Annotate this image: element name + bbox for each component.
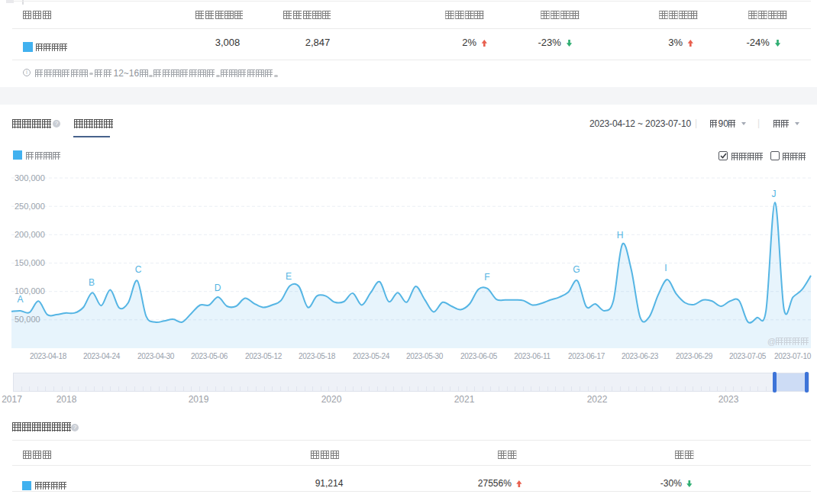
svg-text:I: I (664, 263, 667, 273)
svg-text:F: F (484, 272, 489, 283)
svg-text:D: D (215, 283, 221, 293)
svg-text:G: G (573, 264, 580, 275)
svg-text:E: E (286, 271, 292, 282)
svg-text:J: J (772, 189, 777, 199)
svg-text:C: C (135, 264, 142, 275)
svg-text:H: H (617, 230, 624, 241)
svg-text:B: B (89, 277, 95, 288)
